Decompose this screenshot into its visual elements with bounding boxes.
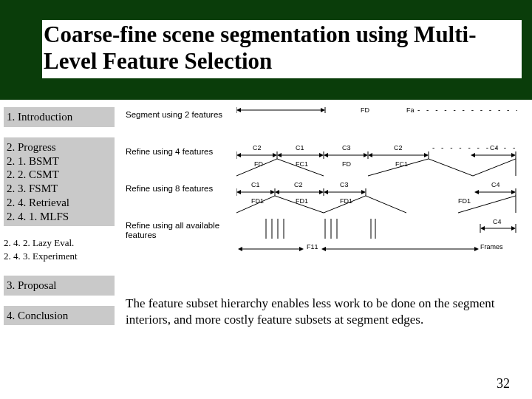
row4-label: Refine using all available features xyxy=(126,216,236,240)
slide-title: Coarse-fine scene segmentation using Mul… xyxy=(44,21,520,74)
nav-proposal: 3. Proposal xyxy=(7,279,112,293)
hierarchy-diagram: Segment using 2 features FD Fa xyxy=(126,106,521,272)
header: Coarse-fine scene segmentation using Mul… xyxy=(0,0,532,100)
c2-r2a: C2 xyxy=(253,144,262,151)
label-fa-row1: Fa xyxy=(406,106,415,114)
diagram-row-3: Refine using 8 features C1 C2 xyxy=(126,180,521,215)
nav-bsmt: 2. 1. BSMT xyxy=(7,154,112,168)
sidebar-item-conclusion: 4. Conclusion xyxy=(4,306,115,326)
nav-experiment: 2. 4. 3. Experiment xyxy=(4,250,115,262)
nav-csmt: 2. 2. CSMT xyxy=(7,168,112,182)
caption: The feature subset hierarchy enables les… xyxy=(126,296,525,328)
nav-conclusion: 4. Conclusion xyxy=(7,309,112,323)
c3-r2: C3 xyxy=(342,144,351,151)
nav-retrieval: 2. 4. Retrieval xyxy=(7,196,112,210)
nav-mlfs: 2. 4. 1. MLFS xyxy=(7,210,112,224)
sidebar-item-intro: 1. Introduction xyxy=(4,107,115,127)
row3-graphic: C1 C2 C3 C4 FD1 FD1 FD1 FD1 xyxy=(236,180,521,215)
c1-r3: C1 xyxy=(251,181,260,188)
c2-r3: C2 xyxy=(294,181,303,188)
title-box: Coarse-fine scene segmentation using Mul… xyxy=(42,20,522,78)
row3-label: Refine using 8 features xyxy=(126,180,236,194)
row1-label: Segment using 2 features xyxy=(126,106,236,120)
fd-r2b: FD xyxy=(342,160,351,168)
sidebar-item-proposal: 3. Proposal xyxy=(4,276,115,296)
diagram-row-1: Segment using 2 features FD Fa xyxy=(126,106,521,141)
c4-r4: C4 xyxy=(493,218,502,225)
sidebar-item-progress: 2. Progress 2. 1. BSMT 2. 2. CSMT 2. 3. … xyxy=(4,137,115,227)
c4-r3: C4 xyxy=(491,181,500,188)
sidebar: 1. Introduction 2. Progress 2. 1. BSMT 2… xyxy=(0,100,118,369)
main-content: Segment using 2 features FD Fa xyxy=(118,100,532,369)
label-fd-row1: FD xyxy=(361,106,369,114)
ellipsis-row1: - - - - - - - - - - - - - - xyxy=(417,106,517,114)
c2-r2b: C2 xyxy=(394,144,403,151)
row2-label: Refine using 4 features xyxy=(126,143,236,157)
nav-intro: 1. Introduction xyxy=(7,110,112,124)
fd1-r3d: FD1 xyxy=(458,197,471,205)
nav-progress: 2. Progress xyxy=(7,140,112,154)
row1-graphic: FD Fa - - - - - - - - - - - - - - xyxy=(236,106,521,141)
nav-lazy: 2. 4. 2. Lazy Eval. xyxy=(4,236,115,249)
page-number: 32 xyxy=(497,376,510,392)
f11-r4: F11 xyxy=(307,243,318,250)
c3-r3: C3 xyxy=(340,181,349,188)
c1-r2a: C1 xyxy=(296,144,304,151)
body: 1. Introduction 2. Progress 2. 1. BSMT 2… xyxy=(0,100,532,369)
diagram-row-2: Refine using 4 features C xyxy=(126,143,521,178)
footer: 32 xyxy=(0,369,532,399)
nav-fsmt: 2. 3. FSMT xyxy=(7,182,112,196)
row2-graphic: C2 C1 C3 C2 C4 FD FC1 FD FC1 - - - - - -… xyxy=(236,143,521,178)
ellipsis-row2: - - - - - - - - - - - - - - xyxy=(432,143,517,151)
row4-graphic: C4 F11 Frames xyxy=(236,216,521,252)
diagram-row-4: Refine using all available features xyxy=(126,216,521,252)
frames-label: Frames xyxy=(480,243,503,250)
